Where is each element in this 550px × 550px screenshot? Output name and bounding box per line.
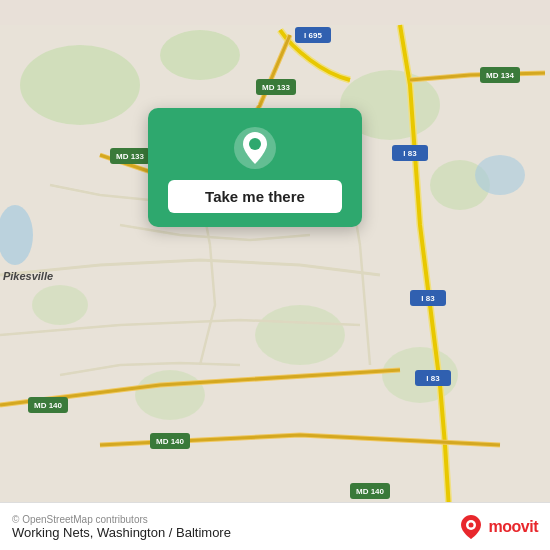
svg-point-1: [20, 45, 140, 125]
map-container: I 695 MD 133 MD 133 I 83 MD 134 Pikesvil…: [0, 0, 550, 550]
svg-point-7: [32, 285, 88, 325]
svg-text:MD 140: MD 140: [156, 437, 185, 446]
svg-text:I 695: I 695: [304, 31, 322, 40]
location-text: Working Nets, Washington / Baltimore: [12, 525, 231, 540]
moovit-wordmark: moovit: [489, 518, 538, 536]
svg-point-33: [249, 138, 261, 150]
svg-point-10: [475, 155, 525, 195]
svg-text:MD 140: MD 140: [34, 401, 63, 410]
svg-text:MD 133: MD 133: [262, 83, 291, 92]
svg-point-2: [160, 30, 240, 80]
svg-text:I 83: I 83: [421, 294, 435, 303]
bottom-left-info: © OpenStreetMap contributors Working Net…: [12, 514, 231, 540]
svg-text:MD 140: MD 140: [356, 487, 385, 496]
take-me-there-button[interactable]: Take me there: [168, 180, 342, 213]
svg-text:MD 133: MD 133: [116, 152, 145, 161]
svg-text:MD 134: MD 134: [486, 71, 515, 80]
moovit-pin-icon: [457, 513, 485, 541]
svg-text:I 83: I 83: [403, 149, 417, 158]
svg-point-5: [255, 305, 345, 365]
moovit-logo: moovit: [457, 513, 538, 541]
bottom-bar: © OpenStreetMap contributors Working Net…: [0, 502, 550, 550]
location-pin-icon: [233, 126, 277, 170]
svg-point-6: [135, 370, 205, 420]
svg-point-35: [468, 522, 473, 527]
map-background: I 695 MD 133 MD 133 I 83 MD 134 Pikesvil…: [0, 0, 550, 550]
svg-text:Pikesville: Pikesville: [3, 270, 53, 282]
svg-text:I 83: I 83: [426, 374, 440, 383]
copyright-text: © OpenStreetMap contributors: [12, 514, 231, 525]
location-popup: Take me there: [148, 108, 362, 227]
